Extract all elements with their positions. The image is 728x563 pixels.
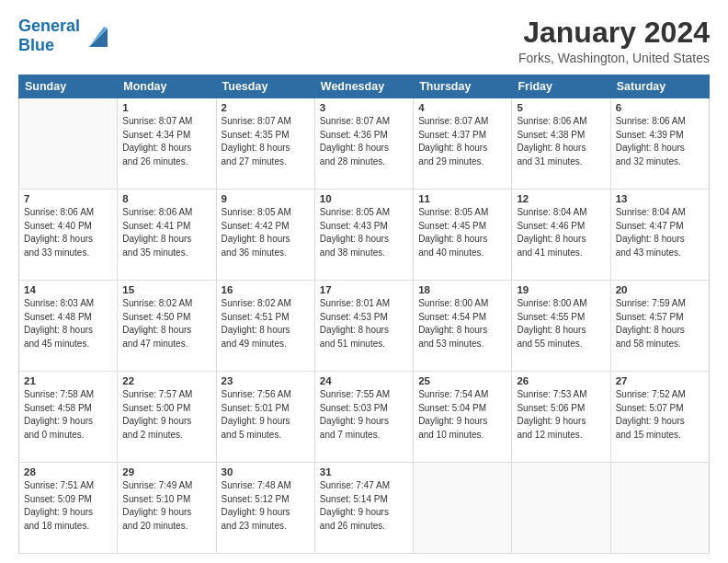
calendar-cell: 15Sunrise: 8:02 AM Sunset: 4:50 PM Dayli… — [118, 281, 216, 372]
day-info: Sunrise: 7:48 AM Sunset: 5:12 PM Dayligh… — [222, 479, 310, 533]
day-info: Sunrise: 7:52 AM Sunset: 5:07 PM Dayligh… — [616, 388, 704, 442]
calendar-cell: 6Sunrise: 8:06 AM Sunset: 4:39 PM Daylig… — [610, 98, 709, 190]
day-info: Sunrise: 8:04 AM Sunset: 4:47 PM Dayligh… — [616, 206, 704, 259]
calendar-cell: 27Sunrise: 7:52 AM Sunset: 5:07 PM Dayli… — [610, 372, 709, 463]
day-number: 26 — [517, 375, 605, 386]
calendar-cell: 31Sunrise: 7:47 AM Sunset: 5:14 PM Dayli… — [314, 463, 413, 554]
calendar-cell: 20Sunrise: 7:59 AM Sunset: 4:57 PM Dayli… — [610, 281, 709, 372]
day-header-thursday: Thursday — [414, 75, 512, 98]
day-info: Sunrise: 8:03 AM Sunset: 4:48 PM Dayligh… — [24, 297, 112, 350]
day-info: Sunrise: 8:06 AM Sunset: 4:38 PM Dayligh… — [517, 115, 605, 168]
main-title: January 2024 — [518, 17, 710, 49]
calendar-cell: 11Sunrise: 8:05 AM Sunset: 4:45 PM Dayli… — [414, 190, 512, 281]
day-number: 19 — [517, 284, 605, 295]
logo-line2: Blue — [18, 36, 80, 55]
calendar-cell: 17Sunrise: 8:01 AM Sunset: 4:53 PM Dayli… — [314, 281, 413, 372]
day-info: Sunrise: 8:07 AM Sunset: 4:34 PM Dayligh… — [122, 115, 210, 168]
calendar-cell: 12Sunrise: 8:04 AM Sunset: 4:46 PM Dayli… — [512, 190, 610, 281]
day-header-saturday: Saturday — [610, 75, 709, 98]
calendar-cell: 5Sunrise: 8:06 AM Sunset: 4:38 PM Daylig… — [512, 98, 610, 190]
calendar-week-4: 28Sunrise: 7:51 AM Sunset: 5:09 PM Dayli… — [19, 463, 710, 554]
day-info: Sunrise: 8:06 AM Sunset: 4:41 PM Dayligh… — [122, 206, 210, 259]
calendar-cell — [19, 98, 118, 190]
calendar-cell: 13Sunrise: 8:04 AM Sunset: 4:47 PM Dayli… — [610, 190, 709, 281]
calendar-cell — [414, 463, 512, 554]
day-info: Sunrise: 7:56 AM Sunset: 5:01 PM Dayligh… — [222, 388, 310, 442]
day-info: Sunrise: 8:02 AM Sunset: 4:50 PM Dayligh… — [122, 297, 210, 350]
calendar-cell: 29Sunrise: 7:49 AM Sunset: 5:10 PM Dayli… — [118, 463, 216, 554]
day-number: 1 — [122, 102, 210, 113]
day-info: Sunrise: 7:58 AM Sunset: 4:58 PM Dayligh… — [24, 388, 112, 442]
day-header-monday: Monday — [118, 75, 216, 98]
calendar-cell: 18Sunrise: 8:00 AM Sunset: 4:54 PM Dayli… — [414, 281, 512, 372]
day-info: Sunrise: 8:07 AM Sunset: 4:35 PM Dayligh… — [222, 115, 310, 168]
day-number: 25 — [418, 375, 506, 386]
day-number: 10 — [320, 193, 408, 204]
calendar-cell: 14Sunrise: 8:03 AM Sunset: 4:48 PM Dayli… — [19, 281, 118, 372]
day-number: 13 — [616, 193, 704, 204]
calendar-cell: 1Sunrise: 8:07 AM Sunset: 4:34 PM Daylig… — [118, 98, 216, 190]
day-number: 8 — [122, 193, 210, 204]
day-number: 28 — [24, 466, 112, 477]
calendar-cell: 4Sunrise: 8:07 AM Sunset: 4:37 PM Daylig… — [414, 98, 512, 190]
calendar-header-row: SundayMondayTuesdayWednesdayThursdayFrid… — [19, 75, 710, 98]
calendar-week-2: 14Sunrise: 8:03 AM Sunset: 4:48 PM Dayli… — [19, 281, 710, 372]
day-info: Sunrise: 7:55 AM Sunset: 5:03 PM Dayligh… — [320, 388, 408, 442]
calendar-cell: 28Sunrise: 7:51 AM Sunset: 5:09 PM Dayli… — [19, 463, 118, 554]
calendar-cell: 30Sunrise: 7:48 AM Sunset: 5:12 PM Dayli… — [216, 463, 314, 554]
day-number: 22 — [122, 375, 210, 386]
calendar-week-3: 21Sunrise: 7:58 AM Sunset: 4:58 PM Dayli… — [19, 372, 710, 463]
day-number: 16 — [222, 284, 310, 295]
calendar-cell: 3Sunrise: 8:07 AM Sunset: 4:36 PM Daylig… — [314, 98, 413, 190]
calendar-cell: 10Sunrise: 8:05 AM Sunset: 4:43 PM Dayli… — [314, 190, 413, 281]
day-number: 11 — [418, 193, 506, 204]
day-info: Sunrise: 8:00 AM Sunset: 4:54 PM Dayligh… — [418, 297, 506, 350]
logo: General Blue — [18, 17, 111, 54]
calendar-cell: 19Sunrise: 8:00 AM Sunset: 4:55 PM Dayli… — [512, 281, 610, 372]
day-number: 12 — [517, 193, 605, 204]
day-number: 14 — [24, 284, 112, 295]
day-number: 9 — [222, 193, 310, 204]
logo-line1: General — [18, 17, 80, 36]
day-header-wednesday: Wednesday — [314, 75, 413, 98]
calendar-cell: 22Sunrise: 7:57 AM Sunset: 5:00 PM Dayli… — [118, 372, 216, 463]
day-number: 4 — [418, 102, 506, 113]
day-info: Sunrise: 7:49 AM Sunset: 5:10 PM Dayligh… — [122, 479, 210, 533]
day-info: Sunrise: 8:06 AM Sunset: 4:39 PM Dayligh… — [616, 115, 704, 168]
day-number: 3 — [320, 102, 408, 113]
day-header-friday: Friday — [512, 75, 610, 98]
day-number: 2 — [222, 102, 310, 113]
day-number: 18 — [418, 284, 506, 295]
title-block: January 2024 Forks, Washington, United S… — [518, 17, 710, 65]
day-number: 21 — [24, 375, 112, 386]
day-number: 24 — [320, 375, 408, 386]
calendar-cell: 25Sunrise: 7:54 AM Sunset: 5:04 PM Dayli… — [414, 372, 512, 463]
day-number: 31 — [320, 466, 408, 477]
calendar-cell: 9Sunrise: 8:05 AM Sunset: 4:42 PM Daylig… — [216, 190, 314, 281]
day-info: Sunrise: 8:00 AM Sunset: 4:55 PM Dayligh… — [517, 297, 605, 350]
day-info: Sunrise: 8:06 AM Sunset: 4:40 PM Dayligh… — [24, 206, 112, 259]
day-info: Sunrise: 8:07 AM Sunset: 4:37 PM Dayligh… — [418, 115, 506, 168]
calendar-cell: 8Sunrise: 8:06 AM Sunset: 4:41 PM Daylig… — [118, 190, 216, 281]
day-number: 23 — [222, 375, 310, 386]
day-info: Sunrise: 7:47 AM Sunset: 5:14 PM Dayligh… — [320, 479, 408, 533]
day-info: Sunrise: 8:04 AM Sunset: 4:46 PM Dayligh… — [517, 206, 605, 259]
day-number: 7 — [24, 193, 112, 204]
calendar-week-1: 7Sunrise: 8:06 AM Sunset: 4:40 PM Daylig… — [19, 190, 710, 281]
page: General Blue January 2024 Forks, Washing… — [0, 0, 728, 563]
day-number: 29 — [122, 466, 210, 477]
day-info: Sunrise: 8:05 AM Sunset: 4:42 PM Dayligh… — [222, 206, 310, 259]
calendar-table: SundayMondayTuesdayWednesdayThursdayFrid… — [18, 75, 710, 554]
day-info: Sunrise: 7:57 AM Sunset: 5:00 PM Dayligh… — [122, 388, 210, 442]
day-number: 15 — [122, 284, 210, 295]
calendar-cell: 23Sunrise: 7:56 AM Sunset: 5:01 PM Dayli… — [216, 372, 314, 463]
subtitle: Forks, Washington, United States — [518, 51, 710, 65]
calendar-cell: 2Sunrise: 8:07 AM Sunset: 4:35 PM Daylig… — [216, 98, 314, 190]
calendar-cell: 7Sunrise: 8:06 AM Sunset: 4:40 PM Daylig… — [19, 190, 118, 281]
day-info: Sunrise: 8:02 AM Sunset: 4:51 PM Dayligh… — [222, 297, 310, 350]
calendar-cell: 21Sunrise: 7:58 AM Sunset: 4:58 PM Dayli… — [19, 372, 118, 463]
day-info: Sunrise: 7:51 AM Sunset: 5:09 PM Dayligh… — [24, 479, 112, 533]
calendar-cell: 26Sunrise: 7:53 AM Sunset: 5:06 PM Dayli… — [512, 372, 610, 463]
day-info: Sunrise: 8:07 AM Sunset: 4:36 PM Dayligh… — [320, 115, 408, 168]
calendar-cell: 16Sunrise: 8:02 AM Sunset: 4:51 PM Dayli… — [216, 281, 314, 372]
